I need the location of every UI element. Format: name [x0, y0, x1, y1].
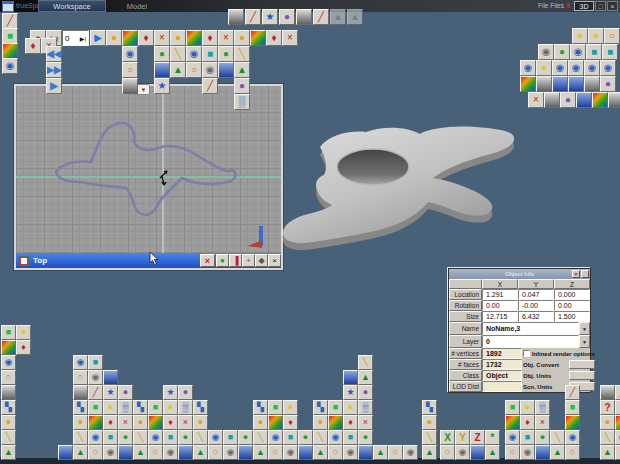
panel-expand-button[interactable] — [581, 270, 589, 278]
cone-green-icon[interactable]: ▲ — [170, 62, 186, 78]
sphere-green-icon[interactable]: ● — [238, 430, 253, 445]
knife-red-icon[interactable]: ╱ — [245, 9, 261, 25]
sphere-green-icon[interactable]: ● — [118, 430, 133, 445]
texture-rainbow-icon[interactable] — [148, 415, 163, 430]
obj-convert-button[interactable] — [569, 360, 595, 369]
sphere-gold-icon[interactable]: ● — [193, 415, 208, 430]
sphere-gold-icon[interactable]: ● — [106, 30, 122, 46]
location-z-field[interactable]: 0.000 — [554, 289, 590, 300]
screen-green-icon[interactable]: ■ — [2, 28, 18, 44]
texture-rainbow-icon[interactable] — [615, 415, 620, 430]
figure-red-icon[interactable]: ♦ — [138, 30, 154, 46]
letter-Z-icon[interactable]: Z — [470, 430, 485, 445]
ring-orange-icon[interactable]: ○ — [73, 370, 88, 385]
grid-blue-icon[interactable]: ▒ — [234, 94, 250, 110]
screen-green-icon[interactable]: ■ — [148, 400, 163, 415]
sphere-green-icon[interactable]: ● — [178, 430, 193, 445]
globe-blue-icon[interactable]: ◉ — [570, 44, 586, 60]
globe-blue-icon[interactable]: ◉ — [73, 355, 88, 370]
name-dropdown-icon[interactable]: ▼ — [579, 322, 590, 335]
sphere-green-icon[interactable]: ● — [358, 430, 373, 445]
sphere-green-icon[interactable]: ● — [218, 46, 234, 62]
3d-viewport-object[interactable] — [278, 108, 523, 263]
wrench-gold-icon[interactable]: ╲ — [170, 46, 186, 62]
layer-field[interactable]: 0 — [482, 335, 579, 348]
cube-teal-icon[interactable]: ■ — [283, 430, 298, 445]
grid-blue-icon[interactable]: ▒ — [118, 400, 133, 415]
frame-field[interactable]: 0 ▶| — [62, 30, 89, 46]
globe-blue-icon[interactable]: ◉ — [148, 430, 163, 445]
sphere-gold-icon[interactable]: ● — [73, 415, 88, 430]
blob-purple-icon[interactable]: ● — [600, 76, 616, 92]
star-blue-icon[interactable]: ★ — [103, 385, 118, 400]
rotation-z-field[interactable]: 0.00 — [554, 300, 590, 311]
cube-teal-icon[interactable]: ■ — [163, 430, 178, 445]
figure-red-icon[interactable]: ♦ — [202, 30, 218, 46]
texture-rainbow-icon[interactable] — [565, 415, 580, 430]
wrench-gold-icon[interactable]: ╲ — [422, 430, 437, 445]
panel-titlebar[interactable]: Object Info × — [449, 269, 590, 279]
figure-red-icon[interactable]: ♦ — [520, 415, 535, 430]
cone-green-icon[interactable]: ▲ — [358, 370, 373, 385]
cube-teal-icon[interactable]: ■ — [223, 430, 238, 445]
ring-orange-icon[interactable]: ○ — [186, 62, 202, 78]
cube-teal-icon[interactable]: ■ — [103, 430, 118, 445]
blob-purple-icon[interactable]: ● — [560, 92, 576, 108]
layer-dropdown-icon[interactable]: ▼ — [579, 335, 590, 348]
globe-blue-icon[interactable]: ◉ — [568, 60, 584, 76]
lod-dist-value[interactable] — [482, 381, 522, 392]
x-red-icon[interactable]: × — [118, 415, 133, 430]
globe-blue-icon[interactable]: ◉ — [208, 430, 223, 445]
magnifier-gray-icon[interactable]: ◉ — [455, 445, 470, 460]
globe-blue-icon[interactable]: ◉ — [2, 58, 18, 74]
wrench-gold-icon[interactable]: ╲ — [234, 46, 250, 62]
cone-green-icon[interactable]: ▲ — [234, 62, 250, 78]
texture-sky-icon[interactable] — [552, 76, 568, 92]
texture-sky-icon[interactable] — [470, 445, 485, 460]
cone-green-icon[interactable]: ▲ — [485, 445, 500, 460]
cone-green-icon[interactable]: ▲ — [422, 445, 437, 460]
cube-teal-icon[interactable]: ■ — [586, 44, 602, 60]
checker-blue-icon[interactable]: ▚ — [133, 400, 148, 415]
ring-orange-icon[interactable]: ○ — [208, 445, 223, 460]
globe-blue-icon[interactable]: ◉ — [186, 46, 202, 62]
texture-sky-icon[interactable] — [535, 445, 550, 460]
figure-red-icon[interactable]: ♦ — [25, 38, 41, 54]
checker-blue-icon[interactable]: ▚ — [253, 400, 268, 415]
inlined-render-checkbox[interactable] — [523, 350, 530, 357]
texture-rainbow-icon[interactable] — [250, 30, 266, 46]
knife-red-icon[interactable]: ╱ — [565, 385, 580, 400]
texture-gray-icon[interactable] — [296, 9, 312, 25]
cone-green-icon[interactable]: ▲ — [550, 445, 565, 460]
magnifier-gray-icon[interactable]: ◉ — [223, 445, 238, 460]
checker-blue-icon[interactable]: ▚ — [193, 400, 208, 415]
cube-teal-icon[interactable]: ■ — [202, 46, 218, 62]
figure-red-icon[interactable]: ♦ — [103, 415, 118, 430]
texture-rainbow-icon[interactable] — [592, 92, 608, 108]
figure-red-icon[interactable]: ♦ — [283, 415, 298, 430]
wrench-gold-icon[interactable]: ╲ — [358, 355, 373, 370]
ring-orange-icon[interactable]: ○ — [604, 28, 620, 44]
ring-orange-icon[interactable]: ○ — [88, 445, 103, 460]
grid-blue-icon[interactable]: ▒ — [178, 400, 193, 415]
texture-rainbow-icon[interactable] — [122, 30, 138, 46]
globe-blue-icon[interactable]: ◉ — [505, 430, 520, 445]
blob-purple-icon[interactable]: ● — [118, 385, 133, 400]
texture-gray-icon[interactable] — [584, 76, 600, 92]
bird-yellow-icon[interactable]: ● — [520, 400, 535, 415]
texture-sky-icon[interactable] — [298, 445, 313, 460]
texture-gray-icon[interactable] — [608, 92, 620, 108]
magnifier-gray-icon[interactable]: ◉ — [88, 370, 103, 385]
view-3d-button[interactable]: 3D — [574, 1, 594, 11]
view-eye-button[interactable]: ◆ — [255, 254, 268, 267]
texture-sky-icon[interactable] — [154, 62, 170, 78]
texture-sky-icon[interactable] — [358, 445, 373, 460]
sphere-green-icon[interactable]: ● — [154, 46, 170, 62]
globe-blue-icon[interactable]: ◉ — [268, 430, 283, 445]
ring-orange-icon[interactable]: ○ — [1, 370, 16, 385]
minimize-button[interactable]: □ — [595, 1, 606, 11]
figure-red-icon[interactable]: ♦ — [16, 340, 31, 355]
star-blue-icon[interactable]: ★ — [343, 385, 358, 400]
sphere-gold-icon[interactable]: ● — [600, 415, 615, 430]
sphere-green-icon[interactable]: ● — [554, 44, 570, 60]
